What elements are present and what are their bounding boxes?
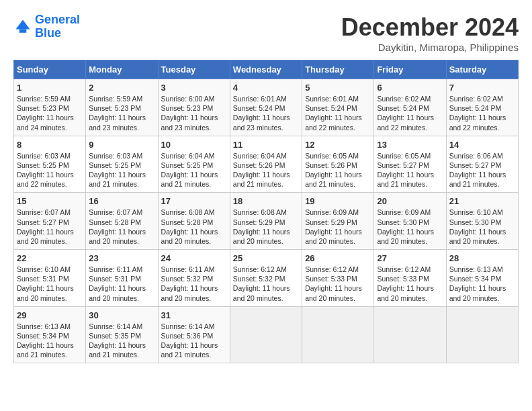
- week-row-1: 1Sunrise: 5:59 AM Sunset: 5:23 PM Daylig…: [14, 79, 519, 136]
- day-number: 16: [89, 196, 154, 206]
- cell-info: Sunrise: 6:09 AM Sunset: 5:30 PM Dayligh…: [377, 208, 443, 246]
- calendar-body: 1Sunrise: 5:59 AM Sunset: 5:23 PM Daylig…: [14, 79, 519, 363]
- cell-info: Sunrise: 6:07 AM Sunset: 5:28 PM Dayligh…: [89, 208, 154, 246]
- cell-info: Sunrise: 6:09 AM Sunset: 5:29 PM Dayligh…: [305, 208, 371, 246]
- calendar-cell: 3Sunrise: 6:00 AM Sunset: 5:23 PM Daylig…: [158, 79, 230, 136]
- day-number: 25: [233, 253, 299, 263]
- day-number: 4: [233, 83, 299, 93]
- calendar-cell: 29Sunrise: 6:13 AM Sunset: 5:34 PM Dayli…: [14, 306, 86, 363]
- col-header-friday: Friday: [374, 60, 446, 79]
- calendar-cell: [302, 306, 374, 363]
- col-header-thursday: Thursday: [302, 60, 374, 79]
- week-row-4: 22Sunrise: 6:10 AM Sunset: 5:31 PM Dayli…: [14, 250, 519, 307]
- calendar-cell: 4Sunrise: 6:01 AM Sunset: 5:24 PM Daylig…: [230, 79, 302, 136]
- cell-info: Sunrise: 6:12 AM Sunset: 5:33 PM Dayligh…: [305, 265, 371, 303]
- calendar-cell: 27Sunrise: 6:12 AM Sunset: 5:33 PM Dayli…: [374, 250, 446, 307]
- calendar-cell: 8Sunrise: 6:03 AM Sunset: 5:25 PM Daylig…: [14, 136, 86, 193]
- day-number: 13: [377, 140, 443, 150]
- calendar-cell: 31Sunrise: 6:14 AM Sunset: 5:36 PM Dayli…: [158, 306, 230, 363]
- calendar-cell: 7Sunrise: 6:02 AM Sunset: 5:24 PM Daylig…: [446, 79, 518, 136]
- day-number: 31: [161, 310, 227, 320]
- day-number: 1: [17, 83, 83, 93]
- col-header-wednesday: Wednesday: [230, 60, 302, 79]
- cell-info: Sunrise: 6:03 AM Sunset: 5:25 PM Dayligh…: [17, 151, 83, 189]
- calendar-cell: 18Sunrise: 6:08 AM Sunset: 5:29 PM Dayli…: [230, 193, 302, 250]
- calendar-cell: 5Sunrise: 6:01 AM Sunset: 5:24 PM Daylig…: [302, 79, 374, 136]
- cell-info: Sunrise: 6:12 AM Sunset: 5:32 PM Dayligh…: [233, 265, 299, 303]
- cell-info: Sunrise: 6:11 AM Sunset: 5:32 PM Dayligh…: [161, 265, 227, 303]
- day-number: 8: [17, 140, 83, 150]
- cell-info: Sunrise: 6:10 AM Sunset: 5:30 PM Dayligh…: [449, 208, 515, 246]
- calendar-cell: 23Sunrise: 6:11 AM Sunset: 5:31 PM Dayli…: [86, 250, 158, 307]
- cell-info: Sunrise: 6:12 AM Sunset: 5:33 PM Dayligh…: [377, 265, 443, 303]
- day-number: 23: [89, 253, 154, 263]
- calendar-cell: 10Sunrise: 6:04 AM Sunset: 5:25 PM Dayli…: [158, 136, 230, 193]
- title-block: December 2024 Daykitin, Mimaropa, Philip…: [341, 13, 519, 53]
- day-number: 18: [233, 196, 299, 206]
- calendar-cell: 24Sunrise: 6:11 AM Sunset: 5:32 PM Dayli…: [158, 250, 230, 307]
- calendar-table: SundayMondayTuesdayWednesdayThursdayFrid…: [13, 60, 519, 363]
- day-number: 10: [161, 140, 227, 150]
- day-number: 2: [89, 83, 154, 93]
- col-header-tuesday: Tuesday: [158, 60, 230, 79]
- calendar-cell: 22Sunrise: 6:10 AM Sunset: 5:31 PM Dayli…: [14, 250, 86, 307]
- cell-info: Sunrise: 6:04 AM Sunset: 5:26 PM Dayligh…: [233, 151, 299, 189]
- day-number: 30: [89, 310, 154, 320]
- day-number: 12: [305, 140, 371, 150]
- cell-info: Sunrise: 6:06 AM Sunset: 5:27 PM Dayligh…: [449, 151, 515, 189]
- day-number: 21: [449, 196, 515, 206]
- calendar-cell: 15Sunrise: 6:07 AM Sunset: 5:27 PM Dayli…: [14, 193, 86, 250]
- calendar-cell: 2Sunrise: 5:59 AM Sunset: 5:23 PM Daylig…: [86, 79, 158, 136]
- calendar-cell: 17Sunrise: 6:08 AM Sunset: 5:28 PM Dayli…: [158, 193, 230, 250]
- calendar-cell: 9Sunrise: 6:03 AM Sunset: 5:25 PM Daylig…: [86, 136, 158, 193]
- cell-info: Sunrise: 6:02 AM Sunset: 5:24 PM Dayligh…: [377, 94, 443, 132]
- logo-text: General Blue: [35, 13, 80, 40]
- cell-info: Sunrise: 6:02 AM Sunset: 5:24 PM Dayligh…: [449, 94, 515, 132]
- calendar-cell: [230, 306, 302, 363]
- week-row-5: 29Sunrise: 6:13 AM Sunset: 5:34 PM Dayli…: [14, 306, 519, 363]
- svg-marker-0: [16, 19, 30, 29]
- calendar-cell: [446, 306, 518, 363]
- cell-info: Sunrise: 6:04 AM Sunset: 5:25 PM Dayligh…: [161, 151, 227, 189]
- cell-info: Sunrise: 6:00 AM Sunset: 5:23 PM Dayligh…: [161, 94, 227, 132]
- cell-info: Sunrise: 6:01 AM Sunset: 5:24 PM Dayligh…: [305, 94, 371, 132]
- week-row-3: 15Sunrise: 6:07 AM Sunset: 5:27 PM Dayli…: [14, 193, 519, 250]
- cell-info: Sunrise: 6:14 AM Sunset: 5:35 PM Dayligh…: [89, 322, 154, 360]
- day-number: 14: [449, 140, 515, 150]
- cell-info: Sunrise: 6:10 AM Sunset: 5:31 PM Dayligh…: [17, 265, 83, 303]
- page-header: General Blue December 2024 Daykitin, Mim…: [13, 13, 519, 53]
- day-number: 29: [17, 310, 83, 320]
- cell-info: Sunrise: 6:05 AM Sunset: 5:26 PM Dayligh…: [305, 151, 371, 189]
- cell-info: Sunrise: 6:01 AM Sunset: 5:24 PM Dayligh…: [233, 94, 299, 132]
- cell-info: Sunrise: 5:59 AM Sunset: 5:23 PM Dayligh…: [89, 94, 154, 132]
- cell-info: Sunrise: 5:59 AM Sunset: 5:23 PM Dayligh…: [17, 94, 83, 132]
- calendar-cell: 13Sunrise: 6:05 AM Sunset: 5:27 PM Dayli…: [374, 136, 446, 193]
- calendar-cell: 26Sunrise: 6:12 AM Sunset: 5:33 PM Dayli…: [302, 250, 374, 307]
- calendar-cell: 30Sunrise: 6:14 AM Sunset: 5:35 PM Dayli…: [86, 306, 158, 363]
- day-number: 9: [89, 140, 154, 150]
- col-header-sunday: Sunday: [14, 60, 86, 79]
- day-number: 7: [449, 83, 515, 93]
- calendar-cell: 16Sunrise: 6:07 AM Sunset: 5:28 PM Dayli…: [86, 193, 158, 250]
- calendar-cell: 28Sunrise: 6:13 AM Sunset: 5:34 PM Dayli…: [446, 250, 518, 307]
- calendar-cell: 11Sunrise: 6:04 AM Sunset: 5:26 PM Dayli…: [230, 136, 302, 193]
- day-number: 17: [161, 196, 227, 206]
- day-number: 5: [305, 83, 371, 93]
- calendar-cell: 20Sunrise: 6:09 AM Sunset: 5:30 PM Dayli…: [374, 193, 446, 250]
- day-number: 3: [161, 83, 227, 93]
- svg-rect-1: [19, 29, 27, 32]
- col-header-monday: Monday: [86, 60, 158, 79]
- calendar-cell: 19Sunrise: 6:09 AM Sunset: 5:29 PM Dayli…: [302, 193, 374, 250]
- calendar-cell: 25Sunrise: 6:12 AM Sunset: 5:32 PM Dayli…: [230, 250, 302, 307]
- day-number: 27: [377, 253, 443, 263]
- calendar-cell: 6Sunrise: 6:02 AM Sunset: 5:24 PM Daylig…: [374, 79, 446, 136]
- cell-info: Sunrise: 6:13 AM Sunset: 5:34 PM Dayligh…: [449, 265, 515, 303]
- col-header-saturday: Saturday: [446, 60, 518, 79]
- cell-info: Sunrise: 6:07 AM Sunset: 5:27 PM Dayligh…: [17, 208, 83, 246]
- cell-info: Sunrise: 6:05 AM Sunset: 5:27 PM Dayligh…: [377, 151, 443, 189]
- calendar-cell: 14Sunrise: 6:06 AM Sunset: 5:27 PM Dayli…: [446, 136, 518, 193]
- day-number: 26: [305, 253, 371, 263]
- calendar-cell: 12Sunrise: 6:05 AM Sunset: 5:26 PM Dayli…: [302, 136, 374, 193]
- day-number: 19: [305, 196, 371, 206]
- day-number: 15: [17, 196, 83, 206]
